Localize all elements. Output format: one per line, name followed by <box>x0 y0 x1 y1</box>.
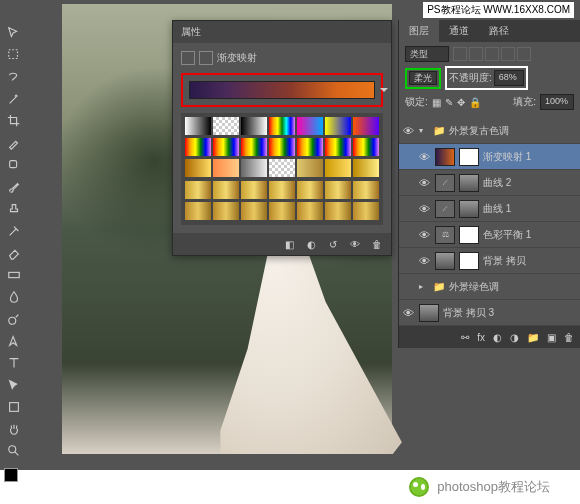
preset-swatch[interactable] <box>185 181 211 199</box>
layer-group[interactable]: ▸ 📁 外景绿色调 <box>399 274 580 300</box>
preset-swatch[interactable] <box>353 181 379 199</box>
preset-swatch[interactable] <box>213 159 239 177</box>
type-tool[interactable] <box>2 353 26 373</box>
tab-paths[interactable]: 路径 <box>479 20 519 42</box>
layer-row[interactable]: 👁 背景 拷贝 <box>399 248 580 274</box>
link-icon[interactable]: ⚯ <box>461 332 469 343</box>
visibility-toggle[interactable]: 👁 <box>403 307 415 319</box>
mask-add-icon[interactable]: ◐ <box>493 332 502 343</box>
visibility-toggle[interactable]: 👁 <box>419 151 431 163</box>
lock-pos-icon[interactable]: ✥ <box>457 97 465 108</box>
group-add-icon[interactable]: 📁 <box>527 332 539 343</box>
visibility-toggle[interactable]: 👁 <box>419 177 431 189</box>
shape-tool[interactable] <box>2 397 26 417</box>
adjustment-add-icon[interactable]: ◑ <box>510 332 519 343</box>
layer-name[interactable]: 渐变映射 1 <box>483 150 531 164</box>
preset-swatch[interactable] <box>297 159 323 177</box>
layer-thumb[interactable] <box>435 252 455 270</box>
marquee-tool[interactable] <box>2 45 26 65</box>
preset-swatch[interactable] <box>241 202 267 220</box>
preset-swatch[interactable] <box>353 159 379 177</box>
prev-state-icon[interactable]: ◐ <box>305 238 317 250</box>
preset-swatch[interactable] <box>353 202 379 220</box>
layer-row[interactable]: 👁 ⟋ 曲线 2 <box>399 170 580 196</box>
layer-thumb[interactable]: ⚖ <box>435 226 455 244</box>
filter-smart-icon[interactable] <box>517 47 531 61</box>
mask-thumb[interactable] <box>459 252 479 270</box>
visibility-toggle[interactable]: 👁 <box>419 255 431 267</box>
preset-swatch[interactable] <box>241 159 267 177</box>
fold-icon[interactable]: ▾ <box>419 126 429 135</box>
lock-all-icon[interactable]: 🔒 <box>469 97 481 108</box>
heal-tool[interactable] <box>2 155 26 175</box>
hand-tool[interactable] <box>2 419 26 439</box>
history-brush-tool[interactable] <box>2 221 26 241</box>
preset-swatch[interactable] <box>325 181 351 199</box>
layer-thumb[interactable]: ⟋ <box>435 200 455 218</box>
mask-thumb[interactable] <box>459 174 479 192</box>
preset-swatch[interactable] <box>213 117 239 135</box>
preset-swatch[interactable] <box>325 202 351 220</box>
preset-swatch[interactable] <box>297 181 323 199</box>
preset-swatch[interactable] <box>213 181 239 199</box>
preset-swatch[interactable] <box>213 202 239 220</box>
delete-icon[interactable]: 🗑 <box>564 332 574 343</box>
lock-trans-icon[interactable]: ▦ <box>432 97 441 108</box>
layer-name[interactable]: 背景 拷贝 3 <box>443 306 494 320</box>
zoom-tool[interactable] <box>2 441 26 461</box>
preset-swatch[interactable] <box>185 159 211 177</box>
visibility-toggle[interactable]: 👁 <box>419 229 431 241</box>
preset-swatch[interactable] <box>269 202 295 220</box>
preset-swatch[interactable] <box>185 202 211 220</box>
pen-tool[interactable] <box>2 331 26 351</box>
group-name[interactable]: 外景复古色调 <box>449 124 509 138</box>
mask-thumb[interactable] <box>459 148 479 166</box>
layer-thumb[interactable] <box>435 148 455 166</box>
path-select-tool[interactable] <box>2 375 26 395</box>
properties-header[interactable]: 属性 <box>173 21 391 43</box>
group-name[interactable]: 外景绿色调 <box>449 280 499 294</box>
trash-icon[interactable]: 🗑 <box>371 238 383 250</box>
preset-swatch[interactable] <box>269 159 295 177</box>
preset-swatch[interactable] <box>241 138 267 156</box>
preset-swatch[interactable] <box>185 138 211 156</box>
preset-swatch[interactable] <box>297 138 323 156</box>
layer-row[interactable]: 👁 背景 拷贝 3 <box>399 300 580 326</box>
foreground-swatch[interactable] <box>4 468 18 482</box>
gradient-tool[interactable] <box>2 265 26 285</box>
preset-swatch[interactable] <box>269 138 295 156</box>
crop-tool[interactable] <box>2 111 26 131</box>
brush-tool[interactable] <box>2 177 26 197</box>
layer-add-icon[interactable]: ▣ <box>547 332 556 343</box>
filter-shape-icon[interactable] <box>501 47 515 61</box>
move-tool[interactable] <box>2 23 26 43</box>
eyedropper-tool[interactable] <box>2 133 26 153</box>
preset-swatch[interactable] <box>353 117 379 135</box>
tab-layers[interactable]: 图层 <box>399 20 439 42</box>
filter-type-icon[interactable] <box>485 47 499 61</box>
visibility-toggle[interactable]: 👁 <box>419 203 431 215</box>
layer-row[interactable]: 👁 ⟋ 曲线 1 <box>399 196 580 222</box>
layer-name[interactable]: 曲线 1 <box>483 202 511 216</box>
fold-icon[interactable]: ▸ <box>419 282 429 291</box>
stamp-tool[interactable] <box>2 199 26 219</box>
gradient-picker[interactable] <box>189 81 375 99</box>
preset-swatch[interactable] <box>297 117 323 135</box>
preset-swatch[interactable] <box>325 117 351 135</box>
opacity-input[interactable]: 68% <box>494 70 524 86</box>
dodge-tool[interactable] <box>2 309 26 329</box>
layer-name[interactable]: 曲线 2 <box>483 176 511 190</box>
visibility-toggle[interactable]: 👁 <box>403 125 415 137</box>
mask-thumb[interactable] <box>459 200 479 218</box>
fx-icon[interactable]: fx <box>477 332 485 343</box>
filter-adjust-icon[interactable] <box>469 47 483 61</box>
preset-swatch[interactable] <box>185 117 211 135</box>
blur-tool[interactable] <box>2 287 26 307</box>
layer-name[interactable]: 色彩平衡 1 <box>483 228 531 242</box>
fill-input[interactable]: 100% <box>540 94 574 110</box>
preset-swatch[interactable] <box>325 138 351 156</box>
lock-pixels-icon[interactable]: ✎ <box>445 97 453 108</box>
filter-pixel-icon[interactable] <box>453 47 467 61</box>
layer-name[interactable]: 背景 拷贝 <box>483 254 526 268</box>
visibility-icon[interactable]: 👁 <box>349 238 361 250</box>
